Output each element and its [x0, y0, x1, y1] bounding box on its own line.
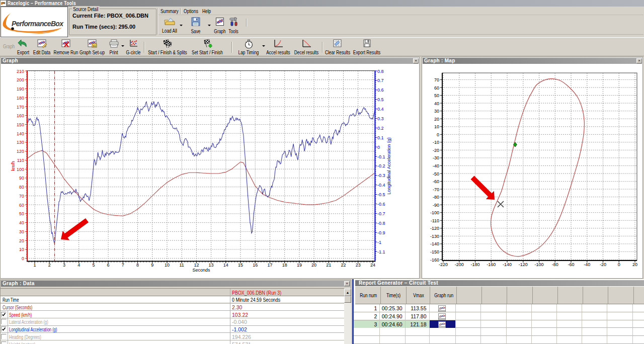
svg-text:19: 19 — [297, 263, 302, 268]
svg-text:PerformanceBox: PerformanceBox — [12, 20, 64, 28]
svg-text:210: 210 — [17, 69, 24, 74]
svg-text:-1.1: -1.1 — [377, 249, 385, 254]
svg-text:17: 17 — [267, 263, 272, 268]
svg-text:0.4: 0.4 — [377, 107, 384, 112]
svg-text:9: 9 — [151, 263, 153, 268]
svg-text:0.7: 0.7 — [377, 78, 384, 83]
svg-text:20: 20 — [19, 238, 24, 243]
svg-text:7: 7 — [122, 263, 124, 268]
svg-text:Seconds: Seconds — [192, 268, 210, 273]
svg-text:6: 6 — [107, 263, 110, 268]
svg-text:20: 20 — [311, 263, 316, 268]
svg-text:170: 170 — [17, 105, 24, 110]
svg-text:-0.8: -0.8 — [377, 221, 385, 226]
svg-text:24: 24 — [370, 263, 375, 268]
svg-text:-1: -1 — [377, 240, 381, 245]
svg-text:11: 11 — [180, 263, 184, 268]
svg-text:60: 60 — [19, 203, 24, 208]
svg-text:100: 100 — [17, 167, 24, 172]
svg-text:8: 8 — [136, 263, 139, 268]
svg-text:-0.1: -0.1 — [377, 154, 385, 159]
svg-text:0.2: 0.2 — [377, 126, 384, 131]
svg-text:18: 18 — [282, 263, 287, 268]
svg-text:-0.4: -0.4 — [377, 183, 385, 188]
svg-text:0: 0 — [22, 256, 24, 261]
svg-text:0.8: 0.8 — [377, 69, 384, 74]
svg-text:21: 21 — [326, 263, 331, 268]
svg-text:5: 5 — [92, 263, 95, 268]
svg-text:15: 15 — [238, 263, 243, 268]
svg-text:Longitudinal Acceleration (g): Longitudinal Acceleration (g) — [386, 137, 391, 195]
svg-text:4: 4 — [77, 263, 80, 268]
svg-text:12: 12 — [194, 263, 199, 268]
svg-text:0.6: 0.6 — [377, 88, 384, 93]
svg-text:km/h: km/h — [11, 161, 16, 171]
svg-text:50: 50 — [19, 211, 24, 216]
svg-text:-0.5: -0.5 — [377, 192, 385, 197]
svg-text:40: 40 — [19, 220, 24, 225]
svg-text:70: 70 — [19, 194, 24, 199]
svg-text:14: 14 — [223, 263, 228, 268]
svg-text:190: 190 — [17, 87, 24, 92]
svg-text:2: 2 — [48, 263, 51, 268]
svg-text:-0.3: -0.3 — [377, 173, 385, 178]
svg-text:13: 13 — [209, 263, 214, 268]
svg-text:150: 150 — [17, 122, 24, 127]
svg-text:160: 160 — [17, 113, 24, 118]
svg-text:80: 80 — [19, 185, 24, 190]
svg-text:-0.9: -0.9 — [377, 230, 385, 235]
svg-text:10: 10 — [165, 263, 170, 268]
svg-text:3: 3 — [63, 263, 65, 268]
svg-text:-0.7: -0.7 — [377, 211, 385, 216]
svg-text:1: 1 — [33, 263, 36, 268]
svg-text:10: 10 — [19, 247, 24, 252]
svg-text:0.3: 0.3 — [377, 116, 384, 121]
svg-text:200: 200 — [17, 77, 24, 82]
svg-text:140: 140 — [17, 131, 24, 136]
svg-text:0.1: 0.1 — [377, 135, 384, 140]
svg-text:0.5: 0.5 — [377, 97, 384, 102]
svg-text:-0.2: -0.2 — [377, 163, 385, 168]
svg-text:110: 110 — [17, 158, 24, 163]
svg-text:22: 22 — [341, 263, 346, 268]
svg-text:PB: PB — [1, 2, 6, 5]
svg-text:120: 120 — [17, 149, 24, 154]
svg-text:0: 0 — [377, 145, 380, 150]
svg-text:-0.6: -0.6 — [377, 202, 385, 207]
svg-text:90: 90 — [19, 176, 24, 181]
svg-text:16: 16 — [253, 263, 258, 268]
svg-text:130: 130 — [17, 140, 24, 145]
svg-text:30: 30 — [19, 229, 24, 234]
svg-text:23: 23 — [356, 263, 361, 268]
svg-text:180: 180 — [17, 96, 24, 101]
